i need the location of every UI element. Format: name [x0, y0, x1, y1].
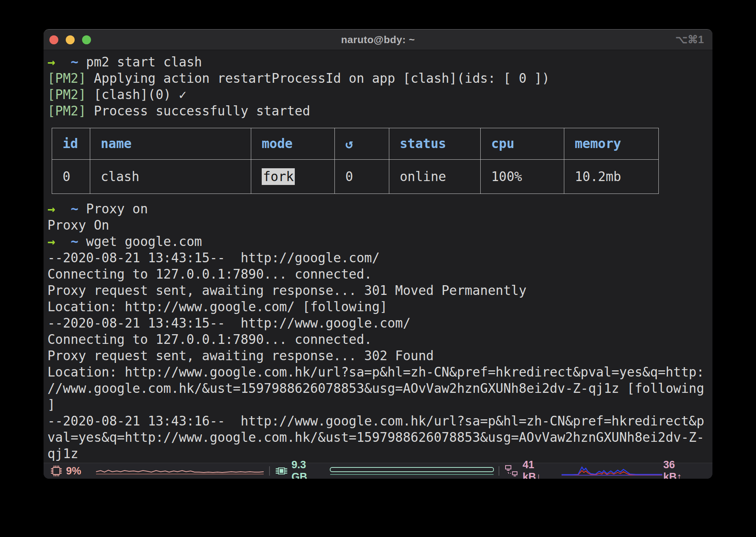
cell-status: online [389, 160, 481, 194]
memory-icon [275, 465, 288, 477]
terminal-lines-top: → ~ pm2 start clash[PM2] Applying action… [47, 54, 712, 119]
cell-name: clash [90, 160, 251, 194]
terminal-line: qj1z [47, 446, 712, 462]
net-download-label: 41 kB↓ [523, 459, 556, 479]
terminal-line: Proxy request sent, awaiting response...… [47, 348, 712, 364]
cell-restarts: 0 [335, 160, 389, 194]
terminal-line: Location: http://www.google.com.hk/url?s… [47, 364, 712, 380]
memory-history-graph [330, 466, 494, 476]
col-header-name: name [90, 128, 251, 160]
terminal-line: → ~ wget google.com [47, 234, 712, 250]
mode-badge: fork [262, 168, 295, 185]
cell-mode: fork [251, 160, 335, 194]
pm2-table-row: 0 clash fork 0 online 100% 10.2mb [52, 160, 659, 194]
cpu-percent-label: 9% [66, 465, 81, 477]
terminal-line: //www.google.com.hk/&ust=159798862607885… [47, 380, 712, 397]
terminal-lines-bottom: → ~ Proxy onProxy On→ ~ wget google.com-… [47, 201, 712, 462]
terminal-line: --2020-08-21 13:43:15-- http://google.co… [47, 250, 712, 266]
status-bar: 9% 9.3 GB [44, 463, 712, 479]
terminal-line: Connecting to 127.0.0.1:7890... connecte… [47, 266, 712, 282]
terminal-line: [PM2] Applying action restartProcessId o… [47, 70, 712, 87]
col-header-memory: memory [564, 128, 659, 160]
terminal-line: → ~ Proxy on [47, 201, 712, 217]
cpu-icon [51, 465, 62, 477]
network-icon [505, 465, 519, 477]
terminal-line: Connecting to 127.0.0.1:7890... connecte… [47, 331, 712, 348]
terminal-line: [PM2] [clash](0) ✓ [47, 87, 712, 103]
col-header-status: status [389, 128, 481, 160]
terminal-line: ] [47, 397, 712, 413]
terminal-line: → ~ pm2 start clash [47, 54, 712, 70]
memory-used-label: 9.3 GB [291, 459, 324, 479]
terminal-line: [PM2] Process successfully started [47, 103, 712, 119]
statusbar-divider [499, 466, 499, 476]
col-header-mode: mode [251, 128, 335, 160]
terminal-line: --2020-08-21 13:43:16-- http://www.googl… [47, 413, 712, 429]
network-history-graph [561, 465, 663, 477]
pm2-table: id name mode ↺ status cpu memory 0 clash… [52, 128, 659, 194]
col-header-cpu: cpu [481, 128, 564, 160]
statusbar-divider [269, 466, 270, 476]
terminal-window: naruto@bdy: ~ ⌥⌘1 → ~ pm2 start clash[PM… [44, 29, 712, 479]
cpu-history-graph [95, 466, 264, 476]
terminal-line: val=yes&q=http://www.google.com.hk/&ust=… [47, 429, 712, 446]
window-title: naruto@bdy: ~ [44, 34, 712, 46]
terminal-line: Proxy On [47, 217, 712, 234]
cell-id: 0 [52, 160, 90, 194]
pm2-table-header-row: id name mode ↺ status cpu memory [52, 128, 659, 160]
terminal-line: --2020-08-21 13:43:15-- http://www.googl… [47, 315, 712, 331]
col-header-id: id [52, 128, 90, 160]
cell-memory: 10.2mb [564, 160, 659, 194]
terminal-output[interactable]: → ~ pm2 start clash[PM2] Applying action… [44, 50, 712, 462]
title-bar[interactable]: naruto@bdy: ~ ⌥⌘1 [44, 30, 712, 50]
net-upload-label: 36 kB↑ [663, 459, 696, 479]
terminal-line: Proxy request sent, awaiting response...… [47, 282, 712, 299]
col-header-restart-icon: ↺ [335, 128, 389, 160]
terminal-line: Location: http://www.google.com/ [follow… [47, 299, 712, 315]
window-shortcut-label: ⌥⌘1 [676, 33, 704, 46]
cell-cpu: 100% [481, 160, 564, 194]
